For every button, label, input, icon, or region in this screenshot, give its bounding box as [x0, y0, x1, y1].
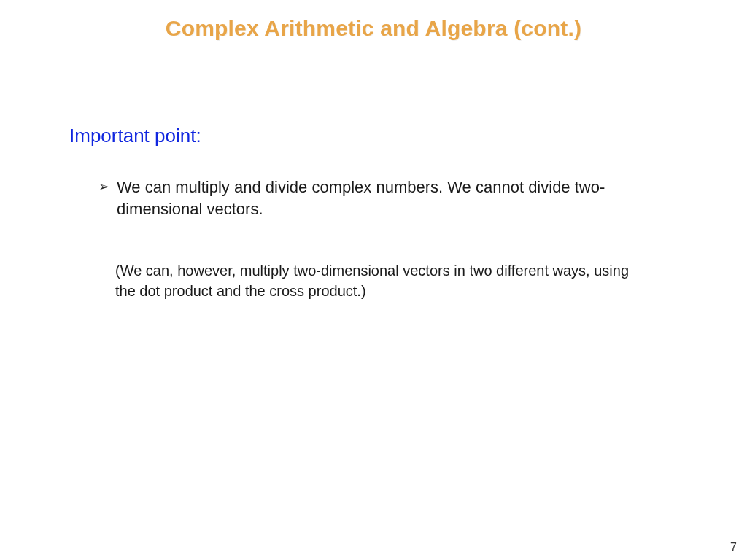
bullet-item: ➢ We can multiply and divide complex num… — [98, 176, 747, 220]
slide-content: Complex Arithmetic and Algebra (cont.) I… — [0, 0, 747, 560]
bullet-text: We can multiply and divide complex numbe… — [117, 176, 630, 220]
bullet-chevron-icon: ➢ — [98, 176, 109, 197]
slide-title: Complex Arithmetic and Algebra (cont.) — [0, 16, 747, 41]
page-number: 7 — [730, 541, 737, 554]
important-point-heading: Important point: — [69, 125, 747, 147]
parenthetical-note: (We can, however, multiply two-dimension… — [115, 260, 747, 301]
